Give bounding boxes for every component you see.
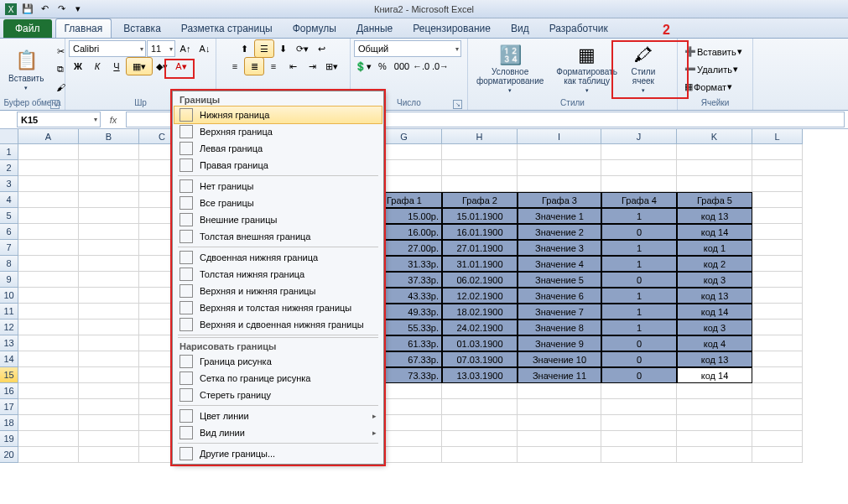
cell[interactable] xyxy=(677,415,752,431)
cell[interactable] xyxy=(18,447,79,463)
align-center-icon[interactable]: ≣ xyxy=(245,58,263,75)
cell[interactable]: Значение 11 xyxy=(518,367,601,383)
cell[interactable] xyxy=(518,431,601,447)
cell[interactable]: 07.03.1900 xyxy=(442,351,518,367)
cell[interactable] xyxy=(601,383,677,399)
wrap-text-icon[interactable]: ↩ xyxy=(313,40,331,57)
clipboard-launcher[interactable]: ↘ xyxy=(50,100,60,109)
tab-formulas[interactable]: Формулы xyxy=(284,19,345,38)
cell[interactable]: код 13 xyxy=(677,288,752,304)
cell[interactable] xyxy=(677,383,752,399)
cells-delete-button[interactable]: ➖ Удалить ▾ xyxy=(681,61,741,78)
cell[interactable] xyxy=(18,224,79,240)
cell[interactable] xyxy=(677,431,752,447)
comma-icon[interactable]: 000 xyxy=(393,58,411,75)
cell[interactable]: Графа 3 xyxy=(518,192,601,208)
percent-icon[interactable]: % xyxy=(373,58,392,75)
column-header[interactable]: H xyxy=(442,129,518,144)
cell[interactable] xyxy=(79,192,139,208)
row-header[interactable]: 8 xyxy=(0,256,18,272)
cell[interactable] xyxy=(18,335,79,351)
undo-icon[interactable]: ↶ xyxy=(37,2,52,17)
cell[interactable] xyxy=(518,176,601,192)
column-header[interactable]: B xyxy=(79,129,139,144)
cell[interactable] xyxy=(18,288,79,304)
cell[interactable]: 06.02.1900 xyxy=(442,272,518,288)
cell[interactable] xyxy=(79,447,139,463)
row-header[interactable]: 5 xyxy=(0,208,18,224)
cell[interactable] xyxy=(18,176,79,192)
borders-menu-item[interactable]: Левая граница xyxy=(174,140,382,157)
cell[interactable]: 31.01.1900 xyxy=(442,256,518,272)
cell[interactable] xyxy=(79,399,139,415)
borders-menu-item[interactable]: Толстая нижняя граница xyxy=(174,266,382,283)
cell[interactable] xyxy=(601,144,677,160)
cell[interactable]: 0 xyxy=(601,335,677,351)
row-header[interactable]: 18 xyxy=(0,415,18,431)
cell[interactable]: Значение 7 xyxy=(518,304,601,320)
column-header[interactable]: J xyxy=(601,129,677,144)
cell[interactable]: Значение 4 xyxy=(518,256,601,272)
cell[interactable]: Значение 2 xyxy=(518,224,601,240)
save-icon[interactable]: 💾 xyxy=(20,2,35,17)
cell[interactable]: 27.01.1900 xyxy=(442,240,518,256)
column-header[interactable]: A xyxy=(18,129,79,144)
grow-font-icon[interactable]: A↑ xyxy=(176,40,195,57)
cell[interactable] xyxy=(79,208,139,224)
redo-icon[interactable]: ↷ xyxy=(54,2,69,17)
cell[interactable]: 1 xyxy=(601,240,677,256)
row-header[interactable]: 14 xyxy=(0,351,18,367)
cell[interactable]: код 2 xyxy=(677,256,752,272)
column-header[interactable]: I xyxy=(518,129,601,144)
format-as-table-button[interactable]: ▦ Форматировать как таблицу▾ xyxy=(551,43,622,96)
cell[interactable]: 1 xyxy=(601,304,677,320)
cell[interactable] xyxy=(752,208,803,224)
number-format-combo[interactable]: Общий xyxy=(354,40,461,57)
underline-button[interactable]: Ч xyxy=(107,58,126,75)
qat-customize-icon[interactable]: ▾ xyxy=(70,2,86,17)
cell[interactable] xyxy=(18,208,79,224)
row-header[interactable]: 15 xyxy=(0,367,18,383)
row-header[interactable]: 20 xyxy=(0,447,18,463)
shrink-font-icon[interactable]: A↓ xyxy=(195,40,214,57)
cell[interactable] xyxy=(442,431,518,447)
cell[interactable] xyxy=(79,351,139,367)
cell[interactable] xyxy=(79,304,139,320)
font-color-icon[interactable]: A▾ xyxy=(172,58,190,75)
cell[interactable] xyxy=(79,224,139,240)
cell[interactable] xyxy=(601,176,677,192)
cell[interactable] xyxy=(752,144,803,160)
cell[interactable] xyxy=(442,383,518,399)
cell[interactable] xyxy=(442,399,518,415)
cell[interactable] xyxy=(442,415,518,431)
cell[interactable] xyxy=(601,431,677,447)
cell[interactable] xyxy=(18,256,79,272)
cell[interactable]: 12.02.1900 xyxy=(442,288,518,304)
cell[interactable]: код 3 xyxy=(677,272,752,288)
align-bottom-icon[interactable]: ⬇ xyxy=(274,40,293,57)
borders-menu-item[interactable]: Все границы xyxy=(174,195,382,211)
font-size-combo[interactable]: 11 xyxy=(147,40,175,57)
cell[interactable]: код 13 xyxy=(677,351,752,367)
cell[interactable]: Значение 9 xyxy=(518,335,601,351)
cell[interactable] xyxy=(79,367,139,383)
fill-color-icon[interactable]: ◆▾ xyxy=(153,58,171,75)
cell[interactable]: 1 xyxy=(601,256,677,272)
cell[interactable]: код 14 xyxy=(677,224,752,240)
cell[interactable]: Графа 5 xyxy=(677,192,752,208)
cell-styles-button[interactable]: 🖍 Стили ячеек▾ xyxy=(625,43,662,96)
cell[interactable]: 15.01.1900 xyxy=(442,208,518,224)
borders-menu-item[interactable]: Верхняя граница xyxy=(174,123,382,140)
cell[interactable] xyxy=(18,192,79,208)
align-middle-icon[interactable]: ☰ xyxy=(255,40,273,57)
cell[interactable]: код 14 xyxy=(677,367,752,383)
cell[interactable] xyxy=(752,320,803,335)
font-name-combo[interactable]: Calibri xyxy=(69,40,146,57)
cell[interactable]: код 4 xyxy=(677,335,752,351)
borders-menu-item[interactable]: Вид линии xyxy=(174,424,382,441)
align-top-icon[interactable]: ⬆ xyxy=(236,40,254,57)
cell[interactable] xyxy=(601,160,677,176)
cell[interactable]: 24.02.1900 xyxy=(442,320,518,335)
cell[interactable] xyxy=(752,272,803,288)
cell[interactable] xyxy=(79,176,139,192)
